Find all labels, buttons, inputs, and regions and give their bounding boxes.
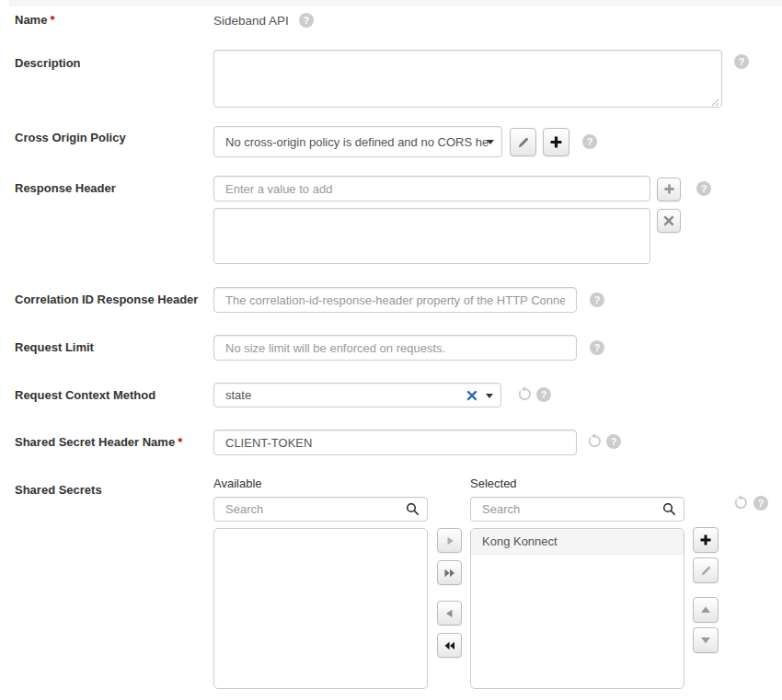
selected-listbox[interactable]: Kong Konnect — [470, 528, 684, 689]
pencil-icon — [700, 565, 712, 577]
cross-origin-policy-row: Cross Origin Policy No cross-origin poli… — [0, 126, 782, 157]
chevron-down-icon — [487, 140, 494, 144]
help-icon[interactable]: ? — [696, 181, 711, 196]
request-limit-input[interactable] — [213, 335, 577, 361]
shared-secrets-dual-list: Available — [213, 477, 719, 689]
request-context-method-label: Request Context Method — [0, 388, 213, 403]
help-icon[interactable]: ? — [536, 387, 551, 402]
description-label: Description — [0, 56, 213, 71]
description-field-row: Description ? — [0, 50, 782, 108]
available-column: Available — [213, 477, 428, 689]
cross-origin-policy-selected-option: No cross-origin policy is defined and no… — [225, 135, 489, 149]
request-limit-row: Request Limit ? — [0, 335, 782, 361]
clear-selection-icon[interactable] — [466, 390, 477, 401]
move-all-left-button[interactable] — [437, 633, 462, 658]
response-header-input[interactable] — [213, 176, 650, 201]
name-field-row: Name* Sideband API ? — [0, 13, 782, 28]
help-icon[interactable]: ? — [582, 134, 597, 149]
request-context-method-row: Request Context Method state ? — [0, 383, 782, 407]
undo-icon[interactable] — [517, 386, 533, 402]
shared-secrets-label: Shared Secrets — [0, 483, 213, 498]
chevron-down-icon — [486, 394, 493, 398]
move-all-right-button[interactable] — [437, 560, 462, 585]
selected-title: Selected — [470, 477, 684, 490]
undo-icon[interactable] — [733, 495, 749, 511]
x-icon — [663, 215, 674, 226]
arrow-up-icon — [700, 605, 711, 614]
response-header-listbox[interactable] — [213, 208, 650, 264]
pencil-icon — [517, 136, 530, 149]
add-response-header-button[interactable] — [657, 178, 681, 201]
help-icon[interactable]: ? — [299, 13, 314, 28]
list-item[interactable]: Kong Konnect — [471, 529, 684, 555]
edit-policy-button[interactable] — [510, 128, 536, 156]
help-icon[interactable]: ? — [606, 434, 621, 449]
plus-icon — [663, 183, 675, 195]
response-header-label: Response Header — [0, 181, 213, 196]
arrow-right-icon — [445, 536, 454, 545]
undo-icon[interactable] — [587, 433, 603, 449]
cross-origin-policy-label: Cross Origin Policy — [0, 131, 213, 145]
remove-response-header-button[interactable] — [657, 209, 681, 233]
description-textarea[interactable] — [213, 50, 722, 108]
help-icon[interactable]: ? — [590, 293, 604, 307]
plus-icon — [549, 135, 563, 149]
selected-search-input[interactable] — [470, 497, 684, 522]
add-policy-button[interactable] — [543, 128, 569, 156]
move-left-button[interactable] — [437, 601, 462, 625]
secret-action-buttons — [693, 527, 719, 653]
arrow-left-icon — [445, 609, 454, 618]
arrow-down-icon — [700, 636, 711, 645]
shared-secrets-row: Shared Secrets Available — [0, 477, 782, 689]
move-up-button[interactable] — [693, 597, 719, 623]
help-icon[interactable]: ? — [753, 496, 768, 511]
cross-origin-policy-select[interactable]: No cross-origin policy is defined and no… — [213, 126, 502, 157]
double-arrow-right-icon — [444, 568, 455, 578]
selected-column: Selected Kong Konnect — [470, 477, 684, 689]
double-arrow-left-icon — [444, 641, 455, 650]
available-listbox[interactable] — [213, 528, 428, 689]
available-search-input[interactable] — [213, 497, 428, 522]
search-icon — [662, 502, 676, 519]
shared-secrets-row-icons: ? — [733, 495, 768, 511]
correlation-id-response-header-label: Correlation ID Response Header — [0, 293, 213, 307]
request-context-method-selected-option: state — [225, 388, 458, 402]
required-asterisk: * — [50, 13, 54, 27]
sideband-api-form: Name* Sideband API ? Description ? Cross… — [0, 0, 782, 689]
move-right-button[interactable] — [437, 528, 462, 553]
name-label: Name* — [0, 13, 213, 28]
plus-icon — [699, 534, 712, 546]
search-icon — [406, 502, 420, 519]
request-context-method-select[interactable]: state — [213, 383, 501, 407]
name-value: Sideband API — [213, 14, 289, 28]
edit-secret-button[interactable] — [693, 557, 719, 583]
required-asterisk: * — [178, 435, 182, 449]
help-icon[interactable]: ? — [734, 54, 749, 69]
response-header-row: Response Header ? — [0, 176, 782, 264]
correlation-id-response-header-row: Correlation ID Response Header ? — [0, 287, 782, 313]
shared-secret-header-name-label: Shared Secret Header Name* — [0, 435, 213, 450]
transfer-buttons — [437, 528, 462, 658]
shared-secret-header-name-row: Shared Secret Header Name* ? — [0, 430, 782, 455]
add-secret-button[interactable] — [693, 527, 719, 553]
request-limit-label: Request Limit — [0, 340, 213, 355]
shared-secret-header-name-input[interactable] — [213, 430, 577, 455]
available-title: Available — [213, 477, 428, 490]
move-down-button[interactable] — [693, 627, 719, 653]
resize-handle-icon[interactable] — [710, 96, 719, 105]
correlation-id-response-header-input[interactable] — [213, 287, 577, 313]
help-icon[interactable]: ? — [590, 340, 604, 355]
